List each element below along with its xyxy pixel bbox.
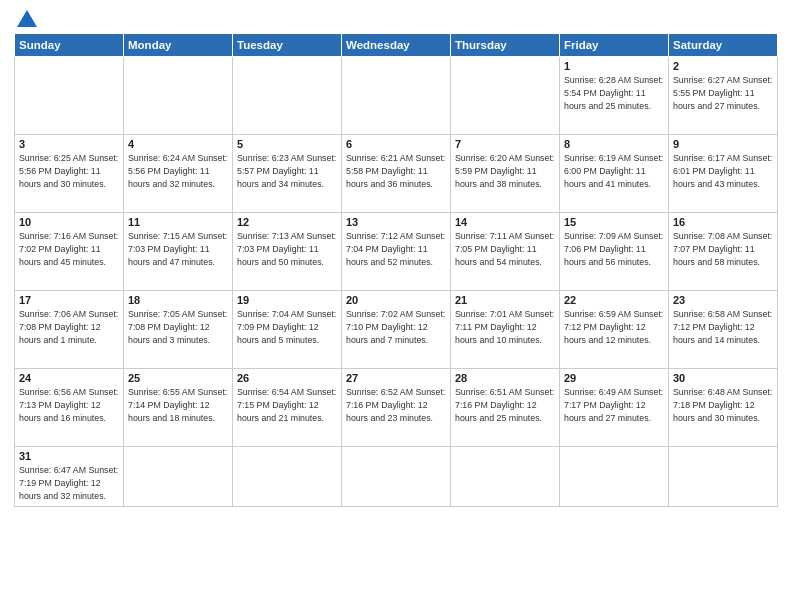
day-info: Sunrise: 7:04 AM Sunset: 7:09 PM Dayligh… <box>237 308 337 346</box>
calendar-cell: 5Sunrise: 6:23 AM Sunset: 5:57 PM Daylig… <box>233 135 342 213</box>
day-number: 15 <box>564 216 664 228</box>
calendar-cell <box>124 57 233 135</box>
day-info: Sunrise: 7:15 AM Sunset: 7:03 PM Dayligh… <box>128 230 228 268</box>
day-number: 30 <box>673 372 773 384</box>
calendar-cell: 20Sunrise: 7:02 AM Sunset: 7:10 PM Dayli… <box>342 291 451 369</box>
day-number: 20 <box>346 294 446 306</box>
day-number: 1 <box>564 60 664 72</box>
calendar-cell: 8Sunrise: 6:19 AM Sunset: 6:00 PM Daylig… <box>560 135 669 213</box>
day-number: 16 <box>673 216 773 228</box>
weekday-header-row: SundayMondayTuesdayWednesdayThursdayFrid… <box>15 34 778 57</box>
calendar-cell: 4Sunrise: 6:24 AM Sunset: 5:56 PM Daylig… <box>124 135 233 213</box>
day-info: Sunrise: 6:55 AM Sunset: 7:14 PM Dayligh… <box>128 386 228 424</box>
day-number: 2 <box>673 60 773 72</box>
day-number: 10 <box>19 216 119 228</box>
day-number: 25 <box>128 372 228 384</box>
calendar-cell: 31Sunrise: 6:47 AM Sunset: 7:19 PM Dayli… <box>15 447 124 507</box>
day-number: 28 <box>455 372 555 384</box>
calendar-cell <box>451 447 560 507</box>
day-info: Sunrise: 6:20 AM Sunset: 5:59 PM Dayligh… <box>455 152 555 190</box>
day-number: 21 <box>455 294 555 306</box>
day-info: Sunrise: 7:05 AM Sunset: 7:08 PM Dayligh… <box>128 308 228 346</box>
calendar-cell <box>342 447 451 507</box>
day-number: 27 <box>346 372 446 384</box>
day-info: Sunrise: 6:25 AM Sunset: 5:56 PM Dayligh… <box>19 152 119 190</box>
calendar-cell: 7Sunrise: 6:20 AM Sunset: 5:59 PM Daylig… <box>451 135 560 213</box>
day-info: Sunrise: 7:11 AM Sunset: 7:05 PM Dayligh… <box>455 230 555 268</box>
calendar-cell <box>15 57 124 135</box>
day-number: 31 <box>19 450 119 462</box>
day-info: Sunrise: 6:48 AM Sunset: 7:18 PM Dayligh… <box>673 386 773 424</box>
calendar-cell: 2Sunrise: 6:27 AM Sunset: 5:55 PM Daylig… <box>669 57 778 135</box>
day-info: Sunrise: 6:51 AM Sunset: 7:16 PM Dayligh… <box>455 386 555 424</box>
calendar-cell: 18Sunrise: 7:05 AM Sunset: 7:08 PM Dayli… <box>124 291 233 369</box>
calendar-cell: 21Sunrise: 7:01 AM Sunset: 7:11 PM Dayli… <box>451 291 560 369</box>
calendar-week-row: 10Sunrise: 7:16 AM Sunset: 7:02 PM Dayli… <box>15 213 778 291</box>
weekday-header-thursday: Thursday <box>451 34 560 57</box>
calendar-cell: 27Sunrise: 6:52 AM Sunset: 7:16 PM Dayli… <box>342 369 451 447</box>
day-number: 9 <box>673 138 773 150</box>
weekday-header-tuesday: Tuesday <box>233 34 342 57</box>
weekday-header-sunday: Sunday <box>15 34 124 57</box>
day-info: Sunrise: 6:49 AM Sunset: 7:17 PM Dayligh… <box>564 386 664 424</box>
day-number: 29 <box>564 372 664 384</box>
calendar-cell: 13Sunrise: 7:12 AM Sunset: 7:04 PM Dayli… <box>342 213 451 291</box>
calendar-week-row: 1Sunrise: 6:28 AM Sunset: 5:54 PM Daylig… <box>15 57 778 135</box>
weekday-header-saturday: Saturday <box>669 34 778 57</box>
calendar-cell <box>669 447 778 507</box>
day-info: Sunrise: 7:06 AM Sunset: 7:08 PM Dayligh… <box>19 308 119 346</box>
calendar-table: SundayMondayTuesdayWednesdayThursdayFrid… <box>14 33 778 507</box>
calendar-week-row: 17Sunrise: 7:06 AM Sunset: 7:08 PM Dayli… <box>15 291 778 369</box>
calendar-cell: 28Sunrise: 6:51 AM Sunset: 7:16 PM Dayli… <box>451 369 560 447</box>
top-header <box>14 10 778 29</box>
calendar-cell <box>233 57 342 135</box>
day-number: 24 <box>19 372 119 384</box>
calendar-cell: 29Sunrise: 6:49 AM Sunset: 7:17 PM Dayli… <box>560 369 669 447</box>
day-info: Sunrise: 7:12 AM Sunset: 7:04 PM Dayligh… <box>346 230 446 268</box>
day-number: 14 <box>455 216 555 228</box>
day-info: Sunrise: 6:21 AM Sunset: 5:58 PM Dayligh… <box>346 152 446 190</box>
day-info: Sunrise: 6:19 AM Sunset: 6:00 PM Dayligh… <box>564 152 664 190</box>
day-number: 26 <box>237 372 337 384</box>
calendar-cell: 26Sunrise: 6:54 AM Sunset: 7:15 PM Dayli… <box>233 369 342 447</box>
day-number: 8 <box>564 138 664 150</box>
day-number: 5 <box>237 138 337 150</box>
day-info: Sunrise: 6:58 AM Sunset: 7:12 PM Dayligh… <box>673 308 773 346</box>
day-number: 22 <box>564 294 664 306</box>
calendar-cell: 16Sunrise: 7:08 AM Sunset: 7:07 PM Dayli… <box>669 213 778 291</box>
calendar-cell: 17Sunrise: 7:06 AM Sunset: 7:08 PM Dayli… <box>15 291 124 369</box>
day-number: 13 <box>346 216 446 228</box>
day-info: Sunrise: 6:27 AM Sunset: 5:55 PM Dayligh… <box>673 74 773 112</box>
day-info: Sunrise: 6:17 AM Sunset: 6:01 PM Dayligh… <box>673 152 773 190</box>
day-number: 19 <box>237 294 337 306</box>
calendar-cell: 1Sunrise: 6:28 AM Sunset: 5:54 PM Daylig… <box>560 57 669 135</box>
day-number: 18 <box>128 294 228 306</box>
day-info: Sunrise: 6:56 AM Sunset: 7:13 PM Dayligh… <box>19 386 119 424</box>
calendar-cell: 14Sunrise: 7:11 AM Sunset: 7:05 PM Dayli… <box>451 213 560 291</box>
calendar-cell: 10Sunrise: 7:16 AM Sunset: 7:02 PM Dayli… <box>15 213 124 291</box>
day-number: 17 <box>19 294 119 306</box>
calendar-cell: 15Sunrise: 7:09 AM Sunset: 7:06 PM Dayli… <box>560 213 669 291</box>
calendar-cell: 24Sunrise: 6:56 AM Sunset: 7:13 PM Dayli… <box>15 369 124 447</box>
logo-triangle-icon <box>17 10 37 27</box>
calendar-body: 1Sunrise: 6:28 AM Sunset: 5:54 PM Daylig… <box>15 57 778 507</box>
day-info: Sunrise: 7:13 AM Sunset: 7:03 PM Dayligh… <box>237 230 337 268</box>
calendar-cell: 22Sunrise: 6:59 AM Sunset: 7:12 PM Dayli… <box>560 291 669 369</box>
calendar-cell: 25Sunrise: 6:55 AM Sunset: 7:14 PM Dayli… <box>124 369 233 447</box>
calendar-cell: 19Sunrise: 7:04 AM Sunset: 7:09 PM Dayli… <box>233 291 342 369</box>
calendar-cell <box>124 447 233 507</box>
day-number: 23 <box>673 294 773 306</box>
day-info: Sunrise: 6:47 AM Sunset: 7:19 PM Dayligh… <box>19 464 119 502</box>
calendar-cell: 6Sunrise: 6:21 AM Sunset: 5:58 PM Daylig… <box>342 135 451 213</box>
weekday-header-wednesday: Wednesday <box>342 34 451 57</box>
day-info: Sunrise: 7:16 AM Sunset: 7:02 PM Dayligh… <box>19 230 119 268</box>
day-info: Sunrise: 7:09 AM Sunset: 7:06 PM Dayligh… <box>564 230 664 268</box>
day-info: Sunrise: 7:02 AM Sunset: 7:10 PM Dayligh… <box>346 308 446 346</box>
calendar-cell: 11Sunrise: 7:15 AM Sunset: 7:03 PM Dayli… <box>124 213 233 291</box>
calendar-week-row: 3Sunrise: 6:25 AM Sunset: 5:56 PM Daylig… <box>15 135 778 213</box>
day-info: Sunrise: 6:23 AM Sunset: 5:57 PM Dayligh… <box>237 152 337 190</box>
calendar-header: SundayMondayTuesdayWednesdayThursdayFrid… <box>15 34 778 57</box>
calendar-week-row: 31Sunrise: 6:47 AM Sunset: 7:19 PM Dayli… <box>15 447 778 507</box>
day-info: Sunrise: 6:28 AM Sunset: 5:54 PM Dayligh… <box>564 74 664 112</box>
day-number: 7 <box>455 138 555 150</box>
